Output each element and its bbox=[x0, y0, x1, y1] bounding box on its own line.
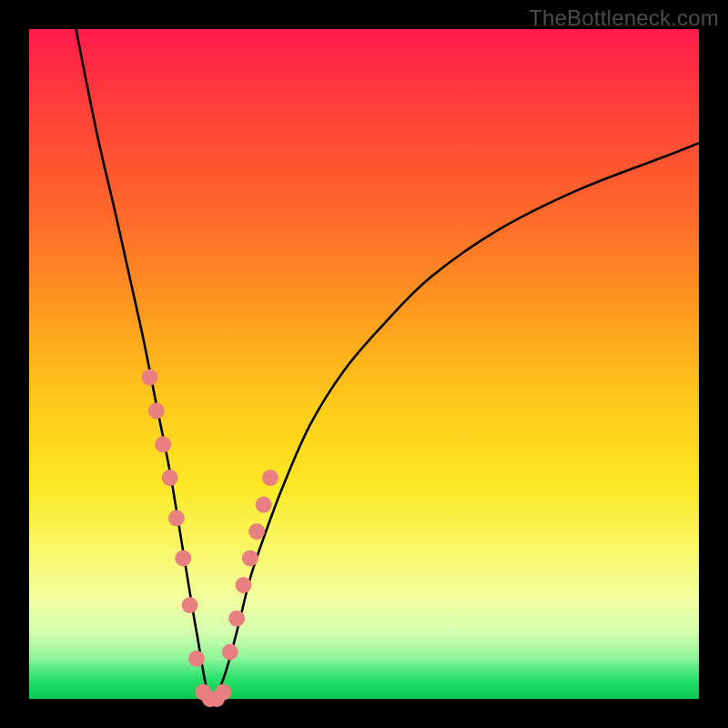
data-marker bbox=[236, 577, 252, 593]
chart-frame: TheBottleneck.com bbox=[0, 0, 728, 728]
markers-layer bbox=[142, 369, 279, 707]
plot-area bbox=[29, 29, 699, 699]
data-marker bbox=[148, 403, 165, 420]
data-marker bbox=[248, 523, 265, 540]
data-marker bbox=[256, 497, 272, 513]
data-marker bbox=[262, 470, 278, 486]
data-marker bbox=[182, 597, 198, 613]
curve-layer bbox=[76, 29, 700, 702]
bottleneck-curve bbox=[76, 29, 700, 702]
data-marker bbox=[215, 684, 231, 701]
watermark-text: TheBottleneck.com bbox=[529, 5, 719, 31]
data-marker bbox=[142, 369, 158, 386]
data-marker bbox=[242, 550, 258, 566]
data-marker bbox=[188, 651, 205, 667]
data-marker bbox=[175, 550, 191, 566]
data-marker bbox=[162, 470, 178, 486]
data-marker bbox=[222, 644, 238, 661]
data-marker bbox=[168, 510, 185, 526]
data-marker bbox=[228, 611, 245, 627]
data-marker bbox=[155, 436, 171, 452]
chart-svg bbox=[29, 29, 699, 699]
